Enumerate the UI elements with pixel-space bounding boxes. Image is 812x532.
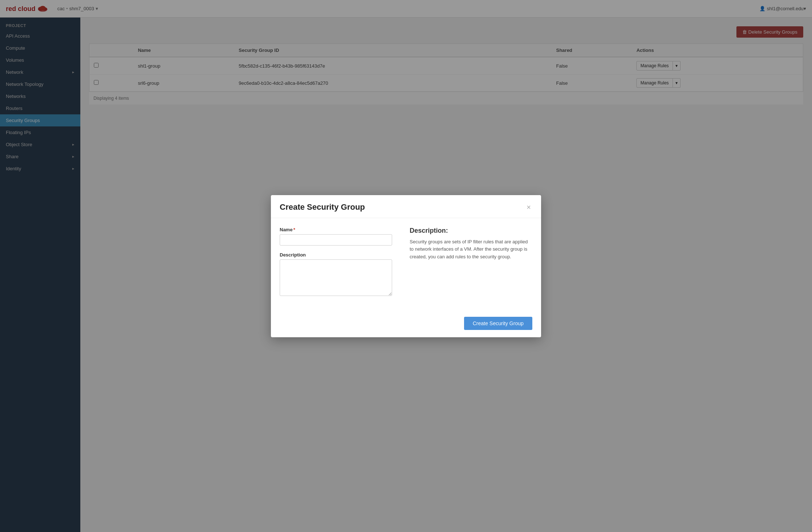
modal-body: Name* Description Description: Security … bbox=[271, 218, 541, 312]
info-text: Security groups are sets of IP filter ru… bbox=[410, 238, 532, 261]
modal-form-left: Name* Description bbox=[280, 227, 404, 304]
name-input[interactable] bbox=[280, 234, 392, 246]
name-required: * bbox=[293, 227, 295, 232]
description-form-group: Description bbox=[280, 252, 392, 297]
modal-footer: Create Security Group bbox=[271, 312, 541, 337]
create-security-group-modal: Create Security Group × Name* Descriptio… bbox=[271, 195, 541, 337]
create-security-group-button[interactable]: Create Security Group bbox=[464, 317, 532, 330]
modal-title: Create Security Group bbox=[280, 202, 365, 212]
description-label: Description bbox=[280, 252, 392, 258]
info-title: Description: bbox=[410, 227, 532, 235]
modal-header: Create Security Group × bbox=[271, 195, 541, 218]
modal-info-right: Description: Security groups are sets of… bbox=[404, 227, 532, 304]
modal-overlay: Create Security Group × Name* Descriptio… bbox=[0, 0, 812, 532]
name-label: Name* bbox=[280, 227, 392, 232]
description-textarea[interactable] bbox=[280, 259, 392, 296]
modal-close-button[interactable]: × bbox=[525, 204, 532, 211]
name-form-group: Name* bbox=[280, 227, 392, 246]
